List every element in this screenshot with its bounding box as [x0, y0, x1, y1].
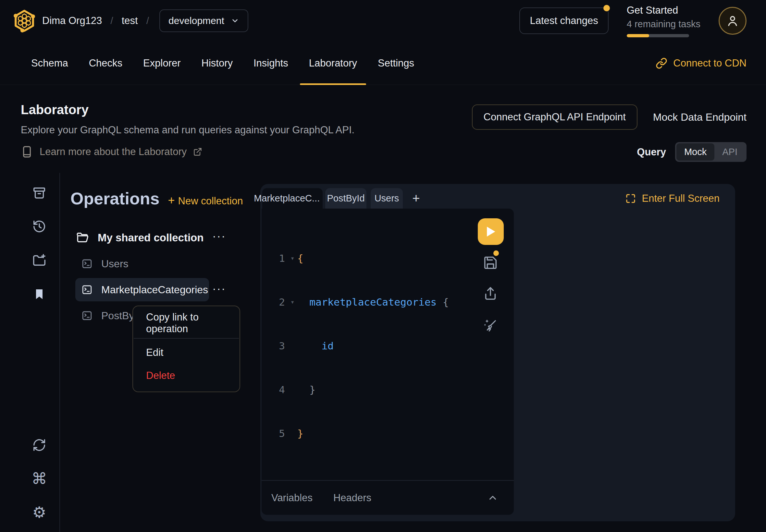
operation-item-marketplacecategories[interactable]: MarketplaceCategories	[75, 278, 209, 301]
code-area[interactable]: 1 ▾ { 2 ▾ marketplaceCategories { 3 id 4	[274, 222, 449, 470]
history-icon	[32, 219, 47, 234]
query-editor[interactable]: 1 ▾ { 2 ▾ marketplaceCategories { 3 id 4	[261, 209, 514, 515]
save-operation-button[interactable]	[483, 255, 498, 270]
plus-icon: +	[168, 194, 175, 207]
hive-logo[interactable]	[14, 9, 35, 32]
breadcrumb: Dima Org123 / test / development	[42, 9, 248, 32]
query-mode-row: Query Mock API	[637, 142, 747, 162]
code-line: 4 }	[274, 382, 449, 397]
fold-spacer	[287, 382, 297, 397]
tab-label: Checks	[89, 57, 122, 69]
editor-tab-label: PostById	[327, 193, 364, 204]
tab-history[interactable]: History	[191, 42, 243, 85]
new-collection-button[interactable]: + New collection	[168, 194, 243, 207]
tab-label: History	[201, 57, 233, 69]
tab-insights[interactable]: Insights	[243, 42, 298, 85]
query-mode-api[interactable]: API	[714, 143, 745, 161]
code-line: 2 ▾ marketplaceCategories {	[274, 295, 449, 309]
share-operation-button[interactable]	[483, 286, 498, 301]
editor-tab-users[interactable]: Users	[371, 188, 403, 209]
breadcrumb-project[interactable]: test	[122, 15, 138, 27]
tab-label: Schema	[31, 57, 68, 69]
query-mode-mock[interactable]: Mock	[676, 143, 714, 161]
connect-to-cdn-label: Connect to CDN	[673, 57, 747, 69]
menu-item-edit[interactable]: Edit	[133, 341, 239, 364]
line-number: 2	[274, 295, 285, 309]
editor-tab-postbyid[interactable]: PostById	[325, 188, 366, 209]
external-link-icon	[193, 147, 202, 156]
save-icon	[483, 255, 498, 270]
sidebar-item-settings[interactable]: ⚙	[32, 505, 47, 520]
tab-explorer[interactable]: Explorer	[133, 42, 191, 85]
sidebar-item-new-collection[interactable]	[32, 253, 47, 268]
fold-spacer	[287, 339, 297, 353]
maximize-icon	[625, 193, 636, 204]
connect-graphql-endpoint-button[interactable]: Connect GraphQL API Endpoint	[472, 104, 638, 130]
operation-icon	[81, 310, 93, 321]
fold-marker-icon[interactable]: ▾	[287, 295, 297, 309]
new-collection-label: New collection	[178, 195, 243, 207]
learn-more-link[interactable]: Learn more about the Laboratory	[21, 146, 354, 158]
fold-spacer	[287, 426, 297, 441]
operations-title-row: Operations + New collection	[70, 189, 243, 208]
sidebar-item-history[interactable]	[32, 219, 47, 234]
breadcrumb-org[interactable]: Dima Org123	[42, 15, 102, 27]
sidebar-item-documents[interactable]	[32, 186, 47, 200]
notification-dot	[603, 5, 610, 11]
enter-fullscreen-label: Enter Full Screen	[642, 193, 720, 204]
editor-panel: MarketplaceC... × PostById Users + Enter…	[260, 184, 735, 521]
sidebar-item-collections[interactable]	[32, 287, 47, 302]
play-icon	[485, 225, 496, 238]
menu-item-delete[interactable]: Delete	[133, 364, 239, 387]
tab-label: Laboratory	[309, 57, 357, 69]
code-token	[297, 339, 322, 353]
target-selector[interactable]: development	[159, 9, 248, 32]
variables-tab[interactable]: Variables	[271, 492, 312, 504]
operation-label: Users	[101, 258, 128, 270]
add-tab-button[interactable]: +	[407, 188, 425, 209]
menu-item-copy-link[interactable]: Copy link to operation	[133, 308, 239, 338]
latest-changes-button[interactable]: Latest changes	[519, 7, 608, 34]
get-started-title: Get Started	[627, 5, 700, 16]
tab-laboratory[interactable]: Laboratory	[298, 42, 367, 85]
code-line: 1 ▾ {	[274, 251, 449, 266]
get-started-progress	[627, 34, 689, 37]
fold-marker-icon[interactable]: ▾	[287, 251, 297, 266]
target-selector-value: development	[168, 15, 224, 26]
tab-checks[interactable]: Checks	[79, 42, 133, 85]
headers-tab[interactable]: Headers	[333, 492, 371, 504]
collection-name: My shared collection	[98, 232, 203, 244]
sidebar-item-shortcuts[interactable]: ⌘	[32, 471, 47, 486]
sidebar-item-refetch-schema[interactable]	[32, 438, 47, 453]
user-avatar[interactable]	[719, 7, 747, 35]
mock-data-endpoint-button[interactable]: Mock Data Endpoint	[653, 111, 747, 123]
laboratory-header-left: Laboratory Explore your GraphQL schema a…	[21, 103, 354, 162]
tab-settings[interactable]: Settings	[367, 42, 425, 85]
editor-tab-marketplacecategories[interactable]: MarketplaceC... ×	[262, 188, 322, 209]
page-subtitle: Explore your GraphQL schema and run quer…	[21, 124, 354, 136]
get-started-widget[interactable]: Get Started 4 remaining tasks	[627, 5, 700, 37]
code-token	[297, 295, 309, 309]
execute-query-button[interactable]	[478, 218, 504, 245]
get-started-subtitle: 4 remaining tasks	[627, 19, 700, 30]
collection-menu-button[interactable]: ···	[211, 229, 227, 243]
query-label: Query	[637, 146, 666, 158]
collection-row[interactable]: My shared collection	[76, 228, 212, 248]
tab-label: Settings	[378, 57, 414, 69]
operation-menu-button[interactable]: ···	[211, 282, 227, 296]
line-number: 1	[274, 251, 285, 266]
connect-to-cdn-link[interactable]: Connect to CDN	[656, 57, 747, 69]
refresh-icon	[32, 438, 47, 453]
prettify-query-button[interactable]	[483, 318, 498, 333]
enter-fullscreen-button[interactable]: Enter Full Screen	[625, 188, 720, 209]
code-token: {	[297, 251, 303, 266]
learn-more-label: Learn more about the Laboratory	[40, 146, 187, 158]
line-number: 4	[274, 382, 285, 397]
tab-schema[interactable]: Schema	[21, 42, 79, 85]
tab-label: Insights	[253, 57, 288, 69]
chevron-up-icon[interactable]	[487, 492, 498, 503]
latest-changes-label: Latest changes	[530, 15, 598, 26]
operation-item-users[interactable]: Users	[75, 252, 209, 275]
gear-icon: ⚙	[32, 505, 46, 520]
folder-open-icon	[76, 231, 89, 245]
